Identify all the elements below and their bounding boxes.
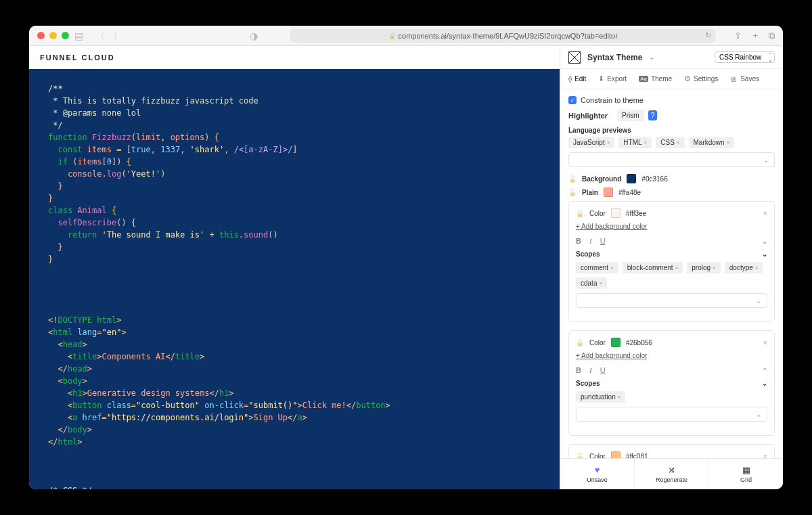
- chevron-down-icon[interactable]: ⌄: [762, 250, 767, 258]
- color-label: Color: [589, 210, 606, 217]
- underline-button[interactable]: U: [600, 366, 606, 374]
- heart-icon: ♥: [595, 465, 600, 475]
- theme-preset-select[interactable]: CSS Rainbow: [715, 51, 775, 63]
- sidebar-toggle-icon[interactable]: ▤: [74, 30, 83, 41]
- remove-icon[interactable]: ×: [755, 265, 759, 271]
- lock-icon[interactable]: 🔓: [576, 210, 584, 217]
- tabs-icon[interactable]: ⧉: [769, 30, 775, 41]
- remove-icon[interactable]: ×: [727, 139, 730, 145]
- code-line: </body>: [48, 424, 541, 436]
- add-bg-link[interactable]: + Add background color: [576, 352, 647, 359]
- constrain-checkbox[interactable]: ✓: [568, 96, 577, 104]
- scope-pill[interactable]: punctuation×: [576, 391, 625, 403]
- code-line: <title>Components AI</title>: [48, 351, 541, 363]
- remove-icon[interactable]: ×: [618, 394, 621, 400]
- remove-icon[interactable]: ×: [607, 139, 610, 145]
- chevron-down-icon[interactable]: ⌄: [649, 53, 654, 61]
- download-icon: ⬇: [598, 74, 604, 83]
- code-line: }: [48, 180, 541, 192]
- scope-card: 🔓Color#ffc081×+ Add background colorBIU⌄: [568, 444, 775, 458]
- remove-icon[interactable]: ×: [644, 139, 648, 145]
- color-hex[interactable]: #ffc081: [626, 453, 648, 459]
- minimize-window-button[interactable]: [49, 32, 57, 39]
- italic-button[interactable]: I: [589, 237, 592, 245]
- collapse-icon[interactable]: ⌄: [762, 238, 767, 245]
- tab-export[interactable]: ⬇Export: [598, 74, 627, 83]
- highlighter-prism-pill[interactable]: Prism: [617, 110, 644, 121]
- save-icon: 🗎: [730, 75, 738, 83]
- language-pill[interactable]: Markdown×: [689, 137, 735, 148]
- bold-button[interactable]: B: [576, 237, 581, 245]
- color-hex[interactable]: #26b056: [626, 339, 652, 346]
- collapse-icon[interactable]: ⌃: [762, 367, 767, 374]
- shield-icon[interactable]: ◑: [250, 30, 258, 41]
- sidebar: Syntax Theme ⌄ CSS Rainbow ⟠Edit ⬇Export…: [560, 46, 783, 489]
- remove-icon[interactable]: ×: [599, 280, 602, 286]
- reload-icon[interactable]: ↻: [705, 31, 711, 40]
- add-bg-link[interactable]: + Add background color: [576, 223, 647, 230]
- bold-button[interactable]: B: [576, 366, 581, 374]
- color-swatch[interactable]: [611, 451, 621, 458]
- remove-card-icon[interactable]: ×: [763, 452, 767, 458]
- italic-button[interactable]: I: [589, 366, 592, 374]
- new-tab-icon[interactable]: +: [752, 30, 758, 41]
- scope-pill[interactable]: cdata×: [576, 277, 607, 289]
- plain-swatch[interactable]: [604, 187, 613, 197]
- grid-button[interactable]: ▦ Grid: [709, 459, 783, 489]
- scope-pill[interactable]: prolog×: [687, 262, 720, 273]
- lock-icon[interactable]: 🔓: [568, 189, 577, 196]
- code-line: return 'The sound I make is' + this.soun…: [48, 229, 541, 241]
- scope-add-dropdown[interactable]: ⌄: [576, 407, 767, 422]
- lock-icon[interactable]: 🔓: [568, 175, 577, 183]
- unsave-button[interactable]: ♥ Unsave: [560, 459, 635, 489]
- url-bar[interactable]: 🔒 components.ai/syntax-theme/9LAFQwU9ziS…: [290, 29, 715, 43]
- remove-icon[interactable]: ×: [677, 139, 680, 145]
- remove-icon[interactable]: ×: [713, 265, 716, 271]
- remove-card-icon[interactable]: ×: [763, 338, 767, 346]
- sidebar-body[interactable]: ✓ Constrain to theme Highlighter Prism ?…: [560, 89, 783, 458]
- code-line: console.log('Yeet!'): [48, 168, 541, 180]
- language-pill[interactable]: JavaScript×: [568, 137, 614, 148]
- color-swatch[interactable]: [611, 208, 621, 218]
- chevron-down-icon: ⌄: [756, 297, 761, 305]
- back-button[interactable]: 〈: [95, 30, 105, 42]
- scope-pill[interactable]: doctype×: [725, 262, 763, 273]
- code-line: function Fizzbuzz(limit, options) {: [48, 131, 541, 143]
- tab-edit[interactable]: ⟠Edit: [568, 74, 586, 83]
- language-pill[interactable]: CSS×: [656, 137, 684, 148]
- code-line: }: [48, 241, 541, 253]
- tab-theme[interactable]: AaTheme: [639, 75, 672, 83]
- format-buttons: BIU⌄: [576, 237, 767, 245]
- content: FUNNEL CLOUD /** * This is totally fizzb…: [29, 46, 783, 489]
- lock-icon[interactable]: 🔓: [576, 453, 584, 459]
- background-hex[interactable]: #0c3166: [641, 175, 667, 183]
- sidebar-title: Syntax Theme: [587, 53, 642, 62]
- language-pill[interactable]: HTML×: [618, 137, 652, 148]
- tab-settings[interactable]: ⚙Settings: [684, 74, 718, 83]
- remove-icon[interactable]: ×: [675, 265, 679, 271]
- plain-hex[interactable]: #ffa48e: [618, 189, 641, 196]
- underline-button[interactable]: U: [600, 237, 606, 245]
- tab-saves[interactable]: 🗎Saves: [730, 75, 759, 83]
- lock-icon[interactable]: 🔓: [576, 339, 584, 346]
- color-swatch[interactable]: [611, 338, 621, 347]
- highlighter-info-icon[interactable]: ?: [648, 110, 658, 120]
- share-icon[interactable]: ⇪: [734, 30, 742, 41]
- remove-card-icon[interactable]: ×: [763, 209, 767, 217]
- chevron-down-icon[interactable]: ⌄: [762, 380, 767, 387]
- code-line: <body>: [48, 375, 541, 387]
- regenerate-button[interactable]: ⤨ Regenerate: [635, 459, 709, 489]
- code-preview[interactable]: /** * This is totally fizzbuzz javascrip…: [29, 69, 560, 489]
- code-line: <a href="https://components.ai/login">Si…: [48, 411, 541, 424]
- scope-pill[interactable]: comment×: [576, 262, 618, 273]
- remove-icon[interactable]: ×: [610, 265, 614, 271]
- maximize-window-button[interactable]: [62, 32, 69, 39]
- scope-pill[interactable]: block-comment×: [623, 262, 683, 273]
- scope-add-dropdown[interactable]: ⌄: [576, 293, 767, 308]
- color-hex[interactable]: #fff3ee: [626, 210, 646, 217]
- chevron-down-icon: ⌄: [756, 411, 761, 418]
- close-window-button[interactable]: [37, 32, 45, 39]
- language-add-dropdown[interactable]: ⌄: [568, 152, 775, 167]
- background-swatch[interactable]: [627, 174, 636, 183]
- forward-button[interactable]: 〉: [113, 30, 122, 42]
